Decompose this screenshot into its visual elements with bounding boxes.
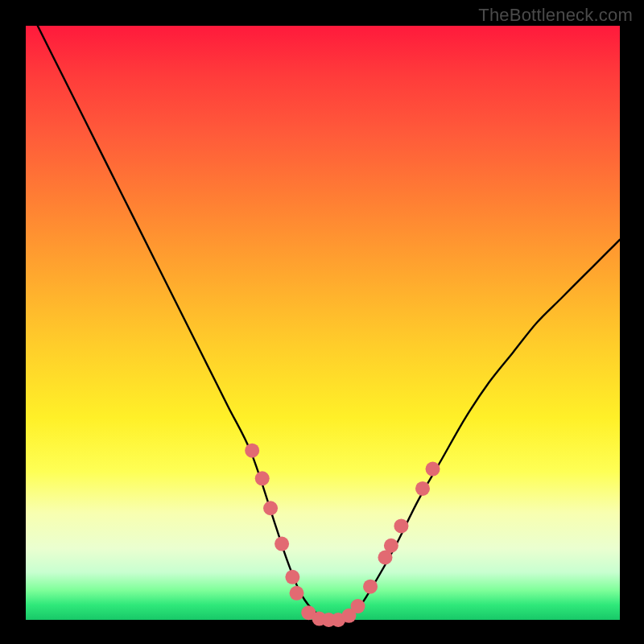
curve-marker — [275, 537, 289, 551]
bottleneck-curve-path — [38, 26, 620, 620]
chart-svg — [26, 26, 620, 620]
curve-marker — [384, 539, 398, 553]
outer-frame: TheBottleneck.com — [0, 0, 644, 644]
curve-marker — [245, 444, 259, 458]
watermark-text: TheBottleneck.com — [478, 5, 633, 26]
curve-marker — [415, 481, 430, 496]
chart-plot-area — [26, 26, 620, 620]
curve-marker — [285, 570, 299, 584]
curve-marker — [426, 462, 440, 477]
curve-marker — [351, 599, 365, 613]
curve-marker — [290, 586, 304, 601]
curve-markers — [245, 444, 440, 627]
curve-marker — [255, 471, 270, 485]
curve-marker — [394, 518, 408, 533]
curve-marker — [263, 501, 278, 515]
curve-marker — [363, 580, 378, 594]
